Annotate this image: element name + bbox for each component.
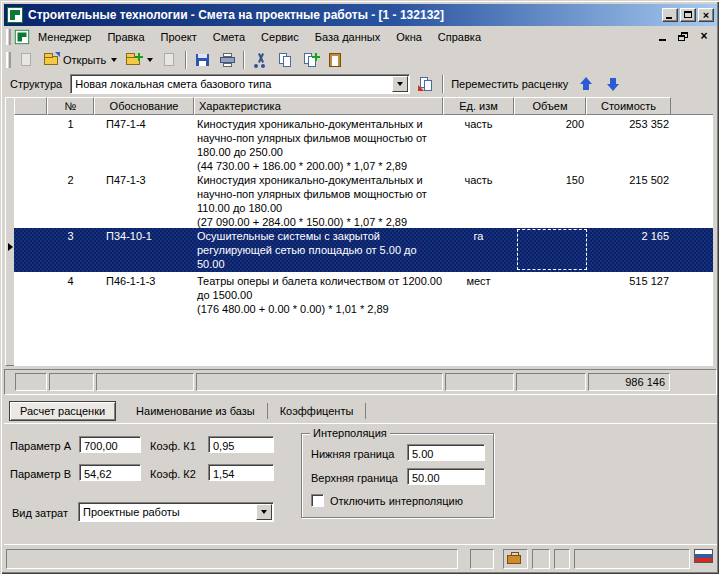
cost-type-combobox[interactable]: Проектные работы bbox=[78, 502, 274, 522]
paste-new-icon bbox=[302, 52, 319, 68]
k1-field[interactable] bbox=[208, 436, 274, 453]
close-button[interactable]: × bbox=[698, 8, 714, 22]
toolbar-grip[interactable] bbox=[6, 52, 11, 68]
menu-estimate[interactable]: Смета bbox=[205, 28, 253, 46]
structure-dropdown-button[interactable] bbox=[392, 76, 408, 92]
new-document-icon bbox=[18, 52, 35, 68]
tab-rate-calculation[interactable]: Расчет расценки bbox=[9, 401, 116, 421]
total-cell-blank bbox=[15, 373, 47, 391]
disable-interpolation-checkbox[interactable] bbox=[311, 494, 324, 507]
save-button[interactable] bbox=[191, 49, 214, 71]
mdi-minimize-icon bbox=[659, 39, 666, 41]
table-row[interactable]: 1 П47-1-4 Киностудия хроникально-докумен… bbox=[14, 116, 713, 172]
cell-unit: га bbox=[443, 229, 514, 243]
mdi-child-icon[interactable] bbox=[15, 30, 29, 44]
menu-database[interactable]: База данных bbox=[307, 28, 389, 46]
open-dropdown-caret-icon bbox=[111, 58, 117, 62]
lower-bound-field[interactable] bbox=[407, 444, 485, 461]
paste-button[interactable] bbox=[324, 49, 347, 71]
column-header-cost[interactable]: Стоимость bbox=[586, 97, 671, 115]
focused-cell-outline[interactable] bbox=[517, 229, 587, 270]
menu-edit[interactable]: Правка bbox=[99, 28, 152, 46]
move-down-button[interactable] bbox=[603, 73, 625, 95]
total-cost: 986 146 bbox=[588, 373, 670, 391]
column-header-desc[interactable]: Характеристика bbox=[194, 97, 443, 115]
menubar-grip[interactable] bbox=[6, 29, 11, 45]
chevron-down-icon bbox=[261, 510, 267, 514]
current-row-indicator-icon bbox=[8, 243, 13, 251]
lower-bound-label: Нижняя граница bbox=[311, 448, 394, 460]
param-b-label: Параметр В bbox=[10, 468, 71, 480]
arrow-up-icon bbox=[579, 76, 595, 92]
table-row[interactable]: 2 П47-1-3 Киностудия хроникально-докумен… bbox=[14, 172, 713, 228]
structure-bar: Структура Новая локальная смета базового… bbox=[4, 72, 717, 96]
tab-coefficients[interactable]: Коэффиценты bbox=[270, 402, 364, 420]
cut-icon bbox=[252, 52, 269, 68]
column-header-blank[interactable] bbox=[14, 97, 47, 115]
structure-label: Структура bbox=[10, 78, 62, 90]
print-button[interactable] bbox=[216, 49, 239, 71]
param-a-field[interactable] bbox=[79, 436, 141, 453]
status-panel bbox=[470, 549, 494, 569]
cell-cost: 253 352 bbox=[586, 117, 669, 131]
cell-cost: 515 127 bbox=[586, 274, 669, 288]
mdi-window-controls: × bbox=[657, 31, 711, 43]
title-bar[interactable]: Строительные технологии - Смета на проек… bbox=[4, 4, 717, 26]
cell-desc: Осушительные системы с закрытой регулиру… bbox=[197, 229, 417, 271]
param-b-field[interactable] bbox=[79, 464, 141, 481]
cut-button[interactable] bbox=[249, 49, 272, 71]
minimize-button[interactable] bbox=[662, 8, 678, 22]
copy-structure-button[interactable] bbox=[415, 73, 438, 95]
structure-combobox[interactable]: Новая локальная смета базового типа bbox=[70, 74, 410, 94]
total-cell-desc bbox=[196, 373, 443, 391]
briefcase-icon bbox=[507, 555, 521, 564]
status-panel-main bbox=[6, 549, 458, 569]
k2-label: Коэф. К2 bbox=[150, 468, 196, 480]
menu-windows[interactable]: Окна bbox=[388, 28, 430, 46]
table-row-selected[interactable]: 3 П34-10-1 Осушительные системы с закрыт… bbox=[14, 228, 713, 272]
toolbar-separator bbox=[243, 51, 245, 69]
tab-separator bbox=[365, 403, 366, 419]
cost-type-value: Проектные работы bbox=[83, 506, 255, 518]
cell-unit: часть bbox=[443, 173, 514, 187]
status-panel-briefcase bbox=[503, 549, 528, 569]
close-icon: × bbox=[699, 8, 713, 22]
menu-help[interactable]: Справка bbox=[430, 28, 489, 46]
interpolation-title: Интерполяция bbox=[310, 427, 390, 439]
menu-service[interactable]: Сервис bbox=[253, 28, 307, 46]
column-header-num[interactable]: № bbox=[47, 97, 94, 115]
cell-code: П47-1-4 bbox=[106, 117, 146, 131]
mdi-restore-button[interactable] bbox=[677, 31, 691, 43]
table-row[interactable]: 4 П46-1-1-3 Театры оперы и балета количе… bbox=[14, 273, 713, 329]
print-icon bbox=[219, 52, 236, 68]
cell-unit: часть bbox=[443, 117, 514, 131]
structure-separator bbox=[442, 75, 444, 93]
column-header-code[interactable]: Обоснование bbox=[94, 97, 194, 115]
open-button[interactable]: Открыть bbox=[40, 49, 120, 71]
paste-new-button[interactable] bbox=[299, 49, 322, 71]
column-header-unit[interactable]: Ед. изм bbox=[443, 97, 514, 115]
copy-button[interactable] bbox=[274, 49, 297, 71]
upper-bound-field[interactable] bbox=[407, 468, 485, 485]
upper-bound-label: Верхняя граница bbox=[311, 472, 398, 484]
column-header-volume[interactable]: Объем bbox=[514, 97, 586, 115]
mdi-close-button[interactable]: × bbox=[697, 31, 711, 43]
grid-rows: 1 П47-1-4 Киностудия хроникально-докумен… bbox=[14, 115, 713, 366]
cell-unit: мест bbox=[443, 274, 514, 288]
maximize-icon bbox=[684, 11, 692, 18]
add-folder-button[interactable] bbox=[122, 49, 156, 71]
open-icon bbox=[43, 52, 60, 68]
menu-project[interactable]: Проект bbox=[153, 28, 205, 46]
mdi-minimize-button[interactable] bbox=[657, 31, 671, 43]
maximize-button[interactable] bbox=[680, 8, 696, 22]
param-a-label: Параметр А bbox=[10, 440, 71, 452]
cost-type-dropdown-button[interactable] bbox=[256, 504, 272, 520]
totals-bar: 986 146 bbox=[4, 369, 717, 395]
move-rate-label: Переместить расценку bbox=[451, 78, 568, 90]
toolbar-separator bbox=[185, 51, 187, 69]
k2-field[interactable] bbox=[208, 464, 274, 481]
app-window: Строительные технологии - Смета на проек… bbox=[0, 0, 719, 574]
tab-name-from-base[interactable]: Наименование из базы bbox=[126, 402, 265, 420]
move-up-button[interactable] bbox=[576, 73, 598, 95]
menu-manager[interactable]: Менеджер bbox=[30, 28, 99, 46]
